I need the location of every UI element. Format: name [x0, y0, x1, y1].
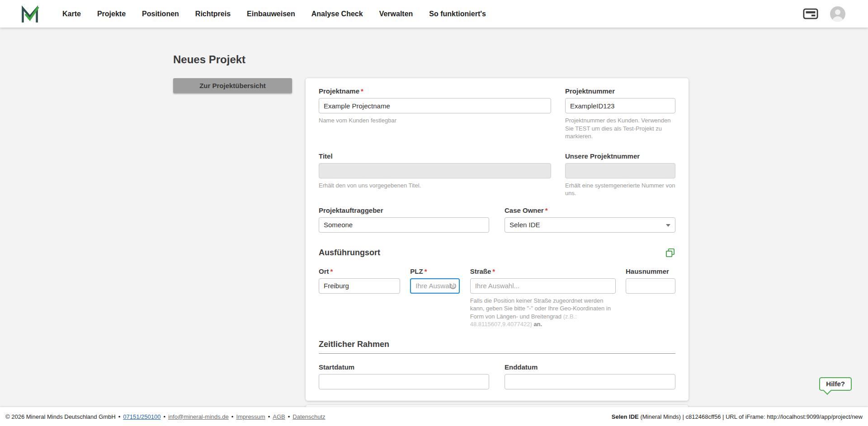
help-button[interactable]: Hilfe? — [819, 377, 852, 391]
footer-separator: • — [231, 413, 234, 420]
required-marker: * — [492, 267, 495, 275]
field-strasse: Straße* Falls die Position keiner Straße… — [470, 267, 616, 328]
footer-copyright: © 2026 Mineral Minds Deutschland GmbH — [5, 413, 116, 420]
footer-session-info: Selen IDE (Mineral Minds) | c812468cff56… — [612, 413, 863, 420]
projektnummer-helper: Projektnummer des Kunden. Verwenden Sie … — [565, 117, 675, 140]
projektauftraggeber-label: Projektauftraggeber — [319, 206, 489, 214]
nav-item-verwalten[interactable]: Verwalten — [379, 10, 413, 18]
footer-separator: • — [118, 413, 121, 420]
zeitlicher-rahmen-heading: Zeitlicher Rahmen — [319, 340, 675, 349]
footer: © 2026 Mineral Minds Deutschland GmbH • … — [0, 407, 868, 426]
mineral-minds-logo[interactable] — [20, 4, 40, 24]
required-marker: * — [361, 87, 363, 95]
chevron-down-icon — [666, 224, 670, 227]
footer-email-link[interactable]: info@mineral-minds.de — [168, 413, 229, 420]
enddatum-input[interactable] — [505, 374, 675, 389]
strasse-input[interactable] — [470, 278, 616, 294]
field-unsere-projektnummer: Unsere Projektnummer Erhält eine systemg… — [565, 152, 675, 197]
main-nav: Karte Projekte Positionen Richtpreis Ein… — [62, 10, 486, 18]
hausnummer-label: Hausnummer — [626, 267, 675, 275]
ausfuehrungsort-heading: Ausführungsort — [319, 248, 380, 257]
projektauftraggeber-input[interactable] — [319, 217, 489, 233]
field-hausnummer: Hausnummer — [626, 267, 675, 294]
required-marker: * — [330, 267, 333, 275]
case-owner-label: Case Owner* — [505, 206, 675, 214]
field-projektnummer: Projektnummer Projektnummer des Kunden. … — [565, 87, 675, 140]
ort-label: Ort* — [319, 267, 400, 275]
field-titel: Titel Erhält den von uns vorgegebenen Ti… — [319, 152, 551, 190]
nav-item-so-funktionierts[interactable]: So funktioniert's — [429, 10, 486, 18]
footer-phone-link[interactable]: 07151/250100 — [123, 413, 160, 420]
case-owner-value: Selen IDE — [509, 221, 540, 229]
strasse-label: Straße* — [470, 267, 616, 275]
device-terminal-icon[interactable] — [803, 8, 818, 19]
footer-impressum-link[interactable]: Impressum — [236, 413, 265, 420]
copy-icon[interactable] — [665, 248, 675, 258]
startdatum-label: Startdatum — [319, 363, 489, 371]
required-marker: * — [425, 267, 427, 275]
new-project-form-card: Projektname* Name vom Kunden festlegbar … — [306, 78, 689, 401]
section-divider — [319, 353, 675, 354]
titel-helper: Erhält den von uns vorgegebenen Titel. — [319, 182, 551, 190]
user-avatar[interactable] — [830, 6, 845, 22]
navbar-actions — [803, 6, 845, 22]
case-owner-select[interactable]: Selen IDE — [505, 217, 675, 233]
titel-input — [319, 163, 551, 178]
main-content: Neues Projekt Zur Projektübersicht Proje… — [173, 53, 689, 412]
plz-label: PLZ* — [410, 267, 460, 275]
footer-left: © 2026 Mineral Minds Deutschland GmbH • … — [5, 413, 326, 420]
enddatum-label: Enddatum — [505, 363, 675, 371]
projektname-input[interactable] — [319, 98, 551, 113]
footer-separator: • — [268, 413, 270, 420]
required-marker: * — [545, 206, 548, 214]
projektnummer-label: Projektnummer — [565, 87, 675, 95]
footer-datenschutz-link[interactable]: Datenschutz — [292, 413, 325, 420]
startdatum-input[interactable] — [319, 374, 489, 389]
field-ort: Ort* — [319, 267, 400, 294]
field-enddatum: Enddatum — [505, 363, 675, 389]
hausnummer-input[interactable] — [626, 278, 675, 294]
page-title: Neues Projekt — [173, 53, 689, 66]
unsere-projektnummer-helper: Erhält eine systemgenerierte Nummer von … — [565, 182, 675, 197]
nav-item-analyse-check[interactable]: Analyse Check — [311, 10, 363, 18]
nav-item-karte[interactable]: Karte — [62, 10, 81, 18]
projektnummer-input[interactable] — [565, 98, 675, 113]
nav-item-richtpreis[interactable]: Richtpreis — [195, 10, 231, 18]
footer-separator: • — [288, 413, 290, 420]
projektname-helper: Name vom Kunden festlegbar — [319, 117, 551, 125]
strasse-helper: Falls die Position keiner Straße zugeord… — [470, 297, 616, 328]
footer-agb-link[interactable]: AGB — [273, 413, 285, 420]
nav-item-einbauweisen[interactable]: Einbauweisen — [247, 10, 295, 18]
projektname-label: Projektname* — [319, 87, 551, 95]
field-case-owner: Case Owner* Selen IDE — [505, 206, 675, 233]
nav-item-positionen[interactable]: Positionen — [142, 10, 179, 18]
footer-separator: • — [163, 413, 165, 420]
ort-input[interactable] — [319, 278, 400, 294]
field-projektauftraggeber: Projektauftraggeber — [319, 206, 489, 233]
field-startdatum: Startdatum — [319, 363, 489, 389]
unsere-projektnummer-label: Unsere Projektnummer — [565, 152, 675, 160]
field-plz: PLZ* — [410, 267, 460, 294]
top-navbar: Karte Projekte Positionen Richtpreis Ein… — [0, 0, 868, 28]
titel-label: Titel — [319, 152, 551, 160]
nav-item-projekte[interactable]: Projekte — [97, 10, 126, 18]
unsere-projektnummer-input — [565, 163, 675, 178]
field-projektname: Projektname* Name vom Kunden festlegbar — [319, 87, 551, 125]
back-to-projects-button[interactable]: Zur Projektübersicht — [173, 78, 292, 93]
